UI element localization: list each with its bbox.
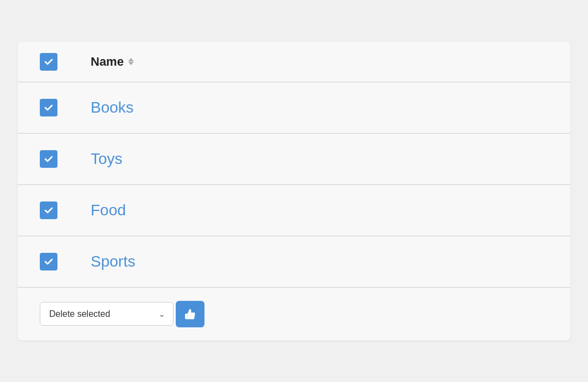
name-column-header[interactable]: Name [91,55,134,69]
row-checkbox-food[interactable] [40,201,57,219]
table-header: Name [18,42,570,82]
item-name-toys[interactable]: Toys [91,150,123,168]
main-container: Name Books Toys Food [18,42,570,341]
footer: Delete selected Export selected ⌄ [18,288,570,341]
table-row: Food [18,185,570,236]
go-button[interactable] [176,301,204,327]
dropdown-chevron-icon: ⌄ [151,303,173,325]
sort-icon[interactable] [128,58,134,65]
sort-desc-icon [128,62,134,65]
item-name-food[interactable]: Food [91,201,126,219]
row-checkbox-sports[interactable] [40,253,57,270]
row-checkbox-books[interactable] [40,99,57,116]
row-checkbox-toys[interactable] [40,150,57,168]
action-select-wrapper: Delete selected Export selected ⌄ [40,302,174,326]
thumbs-up-icon [184,308,196,320]
name-column-label: Name [91,55,124,69]
item-name-sports[interactable]: Sports [91,253,135,270]
table-row: Sports [18,236,570,288]
select-all-checkbox[interactable] [40,53,57,71]
sort-asc-icon [128,58,134,61]
action-select[interactable]: Delete selected Export selected [40,303,151,325]
table-row: Books [18,82,570,134]
table-row: Toys [18,134,570,185]
item-name-books[interactable]: Books [91,99,134,116]
